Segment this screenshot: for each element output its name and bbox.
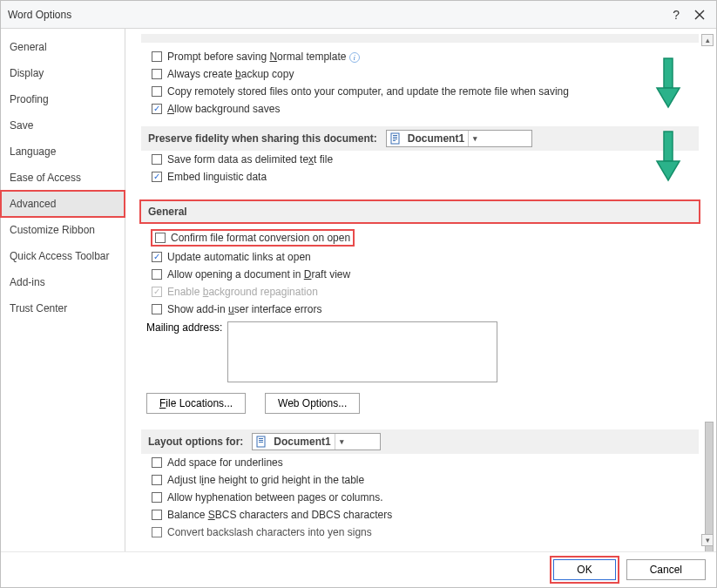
opt-save-form-data[interactable]: Save form data as delimited text file	[146, 151, 699, 168]
word-options-dialog: Word Options ? General Display Proofing …	[0, 0, 717, 588]
section-header-label: Preserve fidelity when sharing this docu…	[148, 132, 377, 145]
checkbox-icon	[152, 269, 162, 280]
dialog-footer: OK Cancel	[1, 552, 716, 587]
checkbox-icon	[152, 86, 162, 97]
opt-space-underlines[interactable]: Add space for underlines	[146, 454, 699, 471]
checkbox-icon	[152, 69, 162, 79]
svg-rect-4	[393, 137, 397, 138]
category-sidebar: General Display Proofing Save Language E…	[1, 29, 125, 551]
checkbox-icon	[152, 252, 162, 262]
section-band	[141, 34, 699, 43]
checkbox-icon	[152, 154, 162, 165]
sidebar-item-display[interactable]: Display	[1, 60, 125, 86]
annotation-arrow-down-icon	[653, 130, 683, 186]
layout-options-combo[interactable]: Document1 ▾	[252, 433, 381, 450]
checkbox-icon	[152, 527, 162, 537]
svg-rect-3	[393, 135, 397, 136]
checkbox-icon	[152, 492, 162, 503]
opt-prompt-normal-template[interactable]: Prompt before saving Normal template i	[146, 48, 699, 65]
annotation-arrow-down-icon	[653, 57, 683, 112]
checkbox-icon	[152, 475, 162, 485]
checkbox-icon	[152, 51, 162, 62]
sidebar-item-add-ins[interactable]: Add-ins	[1, 269, 125, 295]
checkbox-icon	[155, 233, 166, 243]
opt-allow-bg-saves[interactable]: Allow background saves	[146, 100, 699, 118]
cancel-button[interactable]: Cancel	[626, 559, 706, 580]
checkbox-icon	[152, 104, 162, 114]
scrollbar-track[interactable]	[701, 47, 714, 533]
sidebar-item-customize-ribbon[interactable]: Customize Ribbon	[1, 217, 125, 243]
section-general: General	[141, 201, 699, 222]
sidebar-item-trust-center[interactable]: Trust Center	[1, 295, 125, 321]
scroll-up-icon[interactable]: ▴	[701, 34, 714, 46]
sidebar-item-general[interactable]: General	[1, 34, 125, 60]
mailing-address-row: Mailing address:	[141, 318, 699, 386]
svg-marker-12	[657, 88, 680, 107]
mailing-address-input[interactable]	[227, 321, 497, 382]
chevron-down-icon: ▾	[335, 434, 348, 449]
sidebar-item-advanced[interactable]: Advanced	[1, 191, 125, 217]
opt-copy-remote[interactable]: Copy remotely stored files onto your com…	[146, 83, 699, 100]
file-locations-button[interactable]: FFile Locations...ile Locations...	[146, 393, 246, 414]
preserve-fidelity-combo[interactable]: Document1 ▾	[386, 130, 532, 147]
svg-rect-5	[393, 139, 397, 139]
checkbox-icon	[152, 457, 162, 468]
svg-rect-8	[259, 438, 263, 439]
close-button[interactable]	[692, 7, 707, 23]
chevron-down-icon: ▾	[468, 131, 482, 146]
sidebar-item-save[interactable]: Save	[1, 112, 125, 139]
checkbox-icon	[152, 304, 162, 314]
opt-update-links[interactable]: Update automatic links at open	[146, 248, 699, 266]
combo-value: Document1	[270, 436, 334, 448]
checkbox-icon	[152, 172, 162, 182]
titlebar: Word Options ?	[1, 1, 716, 29]
opt-adjust-line-height[interactable]: Adjust line height to grid height in the…	[146, 471, 699, 489]
web-options-button[interactable]: Web Options...	[265, 393, 360, 414]
info-icon: i	[349, 52, 360, 63]
checkbox-icon	[152, 287, 162, 297]
opt-convert-backslash-yen[interactable]: Convert backslash characters into yen si…	[146, 524, 699, 541]
sidebar-item-quick-access-toolbar[interactable]: Quick Access Toolbar	[1, 243, 125, 269]
options-panel: Prompt before saving Normal template i A…	[125, 29, 716, 551]
ok-button[interactable]: OK	[553, 559, 615, 580]
document-icon	[253, 436, 270, 448]
checkbox-icon	[152, 510, 162, 520]
sidebar-item-ease-of-access[interactable]: Ease of Access	[1, 165, 125, 191]
help-button[interactable]: ?	[673, 8, 680, 22]
opt-confirm-conversion[interactable]: Confirm file format conversion on open	[146, 227, 699, 248]
window-title: Word Options	[8, 9, 71, 21]
scrollbar-thumb[interactable]	[705, 422, 714, 551]
combo-value: Document1	[404, 132, 468, 145]
scroll-down-icon[interactable]: ▾	[701, 534, 714, 546]
svg-rect-13	[664, 132, 673, 161]
opt-open-draft[interactable]: Allow opening a document in Draft view	[146, 266, 699, 283]
sidebar-item-language[interactable]: Language	[1, 139, 125, 165]
opt-always-backup[interactable]: Always create backup copy	[146, 65, 699, 83]
opt-allow-hyphenation[interactable]: Allow hyphenation between pages or colum…	[146, 489, 699, 506]
document-icon	[387, 132, 404, 145]
svg-rect-6	[393, 140, 396, 141]
svg-rect-9	[259, 440, 263, 441]
section-header-label: Layout options for:	[148, 436, 243, 448]
opt-embed-linguistic[interactable]: Embed linguistic data	[146, 168, 699, 186]
opt-addin-ui-errors[interactable]: Show add-in user interface errors	[146, 301, 699, 318]
opt-background-repagination: Enable background repagination	[146, 283, 699, 301]
vertical-scrollbar[interactable]: ▴ ▾	[701, 34, 714, 546]
sidebar-item-proofing[interactable]: Proofing	[1, 86, 125, 112]
section-preserve-fidelity: Preserve fidelity when sharing this docu…	[141, 126, 699, 151]
svg-marker-14	[657, 161, 680, 180]
svg-rect-11	[664, 58, 673, 88]
mailing-address-label: Mailing address:	[146, 321, 222, 334]
opt-balance-sbcs[interactable]: Balance SBCS characters and DBCS charact…	[146, 506, 699, 524]
section-layout-options: Layout options for: Document1 ▾	[141, 429, 699, 454]
svg-rect-10	[259, 442, 263, 443]
